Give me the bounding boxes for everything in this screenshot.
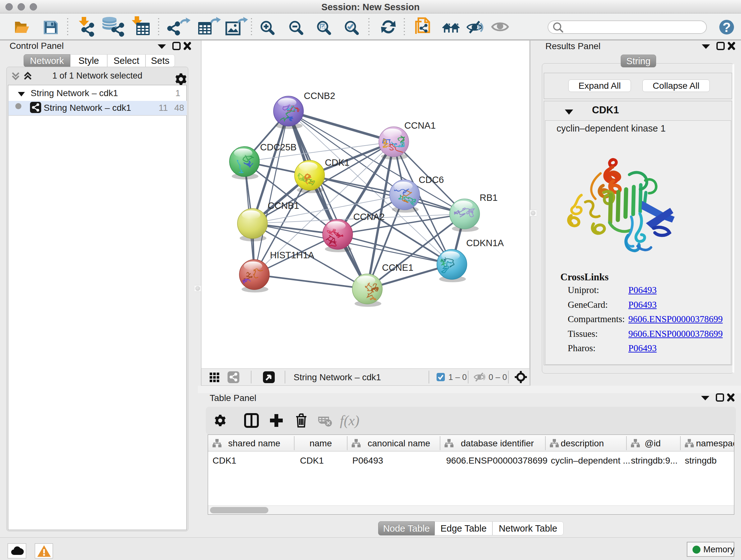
svg-text:String Network – cdk1: String Network – cdk1: [293, 372, 381, 382]
svg-text:?: ?: [723, 20, 731, 35]
svg-text:CDK1: CDK1: [212, 455, 237, 465]
svg-text:CCNA1: CCNA1: [404, 120, 435, 131]
svg-text:9606.ENSP00000378699: 9606.ENSP00000378699: [446, 455, 548, 465]
svg-text:CCNA2: CCNA2: [353, 212, 385, 222]
svg-text:CDC6: CDC6: [419, 175, 444, 185]
svg-text:HIST1H1A: HIST1H1A: [270, 250, 314, 260]
svg-text:CCNE1: CCNE1: [382, 262, 413, 273]
svg-text:CCNB1: CCNB1: [268, 200, 299, 211]
svg-text:CDKN1A: CDKN1A: [466, 238, 504, 248]
svg-text:CDC25B: CDC25B: [260, 142, 296, 152]
svg-text:canonical name: canonical name: [367, 438, 430, 448]
svg-text:database identifier: database identifier: [461, 438, 534, 448]
svg-text:CCNB2: CCNB2: [304, 91, 335, 101]
svg-text:description: description: [561, 438, 604, 448]
svg-text:1 – 0: 1 – 0: [448, 372, 467, 382]
svg-text:f(x): f(x): [340, 413, 359, 428]
svg-text:@id: @id: [645, 438, 661, 448]
svg-text:stringdb:9...: stringdb:9...: [631, 455, 677, 465]
svg-text:P06493: P06493: [352, 455, 383, 465]
svg-text:CDK1: CDK1: [300, 455, 324, 465]
svg-text:CDK1: CDK1: [325, 158, 349, 168]
svg-text:shared name: shared name: [228, 438, 280, 448]
svg-text:name: name: [310, 438, 332, 448]
svg-text:stringdb: stringdb: [685, 455, 717, 465]
svg-text:0 – 0: 0 – 0: [488, 372, 507, 382]
svg-text:cyclin–dependent ...: cyclin–dependent ...: [551, 455, 630, 465]
svg-text:namespac: namespac: [696, 438, 734, 448]
svg-text:RB1: RB1: [480, 192, 497, 203]
